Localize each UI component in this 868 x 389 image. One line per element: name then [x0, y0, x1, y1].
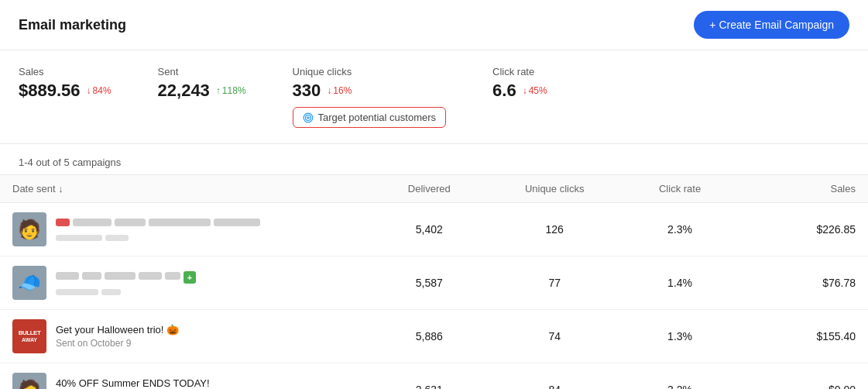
- cell-unique-clicks: 74: [492, 310, 617, 363]
- cell-sales: $226.85: [743, 203, 868, 256]
- table-row[interactable]: 🧢 +: [0, 256, 868, 310]
- campaign-cell: 🧑: [12, 212, 354, 246]
- stat-unique-clicks-label: Unique clicks: [293, 66, 446, 77]
- svg-point-2: [307, 116, 308, 118]
- campaign-name: Get your Halloween trio! 🎃: [56, 324, 179, 336]
- page-header: Email marketing + Create Email Campaign: [0, 0, 868, 50]
- campaign-cell: BULLET AWAY Get your Halloween trio! 🎃 S…: [12, 319, 354, 353]
- stat-click-rate-number: 6.6: [492, 81, 516, 101]
- campaign-cell: 🧑 40% OFF Summer ENDS TODAY! Sent on Oct…: [12, 373, 354, 389]
- campaign-thumbnail: 🧑: [12, 212, 46, 246]
- stat-sent-value: 22,243 ↑ 118%: [158, 81, 246, 101]
- campaign-thumbnail: 🧑: [12, 373, 46, 389]
- stat-sales-number: $889.56: [19, 81, 81, 101]
- stat-sales: Sales $889.56 ↓ 84%: [19, 66, 112, 128]
- stat-unique-clicks-badge: ↓ 16%: [327, 85, 352, 96]
- stat-sales-value: $889.56 ↓ 84%: [19, 81, 112, 101]
- campaign-info: [56, 219, 260, 241]
- cell-sales: $0.00: [743, 363, 868, 390]
- stat-sales-label: Sales: [19, 66, 112, 77]
- cell-delivered: 5,402: [366, 203, 492, 256]
- cell-click-rate: 1.3%: [617, 310, 743, 363]
- cell-sales: $155.40: [743, 310, 868, 363]
- col-header-sales: Sales: [743, 175, 868, 203]
- campaign-info: Get your Halloween trio! 🎃 Sent on Octob…: [56, 324, 179, 349]
- col-header-click-rate: Click rate: [617, 175, 743, 203]
- cell-sales: $76.78: [743, 256, 868, 310]
- table-row[interactable]: 🧑: [0, 203, 868, 256]
- cell-click-rate: 2.3%: [617, 203, 743, 256]
- target-potential-customers-button[interactable]: Target potential customers: [293, 107, 446, 128]
- cell-unique-clicks: 84: [492, 363, 617, 390]
- table-row[interactable]: BULLET AWAY Get your Halloween trio! 🎃 S…: [0, 310, 868, 363]
- create-campaign-button[interactable]: + Create Email Campaign: [694, 11, 849, 39]
- campaigns-table: Date sent ↓ Delivered Unique clicks Clic…: [0, 174, 868, 389]
- cell-delivered: 5,886: [366, 310, 492, 363]
- stat-click-rate-badge: ↓ 45%: [523, 85, 547, 96]
- campaigns-count-label: 1-4 out of 5 campaigns: [19, 157, 121, 168]
- cell-unique-clicks: 126: [492, 203, 617, 256]
- page-title: Email marketing: [19, 17, 126, 33]
- table-header: Date sent ↓ Delivered Unique clicks Clic…: [0, 175, 868, 203]
- stat-sent: Sent 22,243 ↑ 118%: [158, 66, 246, 128]
- stat-sent-number: 22,243: [158, 81, 210, 101]
- stat-click-rate-value: 6.6 ↓ 45%: [492, 81, 547, 101]
- cell-delivered: 2,631: [366, 363, 492, 390]
- stat-unique-clicks-number: 330: [293, 81, 321, 101]
- campaigns-count: 1-4 out of 5 campaigns: [0, 144, 868, 174]
- target-button-label: Target potential customers: [318, 112, 436, 123]
- cell-click-rate: 1.4%: [617, 256, 743, 310]
- campaign-info: +: [56, 271, 196, 295]
- cell-unique-clicks: 77: [492, 256, 617, 310]
- table-row[interactable]: 🧑 40% OFF Summer ENDS TODAY! Sent on Oct…: [0, 363, 868, 390]
- col-header-delivered: Delivered: [366, 175, 492, 203]
- campaign-thumbnail: 🧢: [12, 266, 46, 300]
- target-icon: [303, 112, 314, 123]
- stat-unique-clicks: Unique clicks 330 ↓ 16% Target potential…: [293, 66, 446, 128]
- campaign-cell: 🧢 +: [12, 266, 354, 300]
- table-body: 🧑: [0, 203, 868, 390]
- campaign-thumbnail: BULLET AWAY: [12, 319, 46, 353]
- stat-unique-clicks-value: 330 ↓ 16%: [293, 81, 446, 101]
- col-header-unique-clicks: Unique clicks: [492, 175, 617, 203]
- campaign-date: Sent on October 9: [56, 338, 179, 349]
- campaign-name: 40% OFF Summer ENDS TODAY!: [56, 377, 210, 389]
- stat-click-rate-label: Click rate: [492, 66, 547, 77]
- stat-sales-badge: ↓ 84%: [87, 85, 112, 96]
- stat-click-rate: Click rate 6.6 ↓ 45%: [492, 66, 547, 128]
- col-header-date-sent: Date sent ↓: [0, 175, 366, 203]
- cell-delivered: 5,587: [366, 256, 492, 310]
- stats-row: Sales $889.56 ↓ 84% Sent 22,243 ↑ 118% U…: [0, 50, 868, 144]
- campaign-info: 40% OFF Summer ENDS TODAY! Sent on Octob…: [56, 377, 210, 389]
- stat-sent-badge: ↑ 118%: [216, 85, 246, 96]
- cell-click-rate: 3.2%: [617, 363, 743, 390]
- svg-point-1: [305, 115, 310, 120]
- stat-sent-label: Sent: [158, 66, 246, 77]
